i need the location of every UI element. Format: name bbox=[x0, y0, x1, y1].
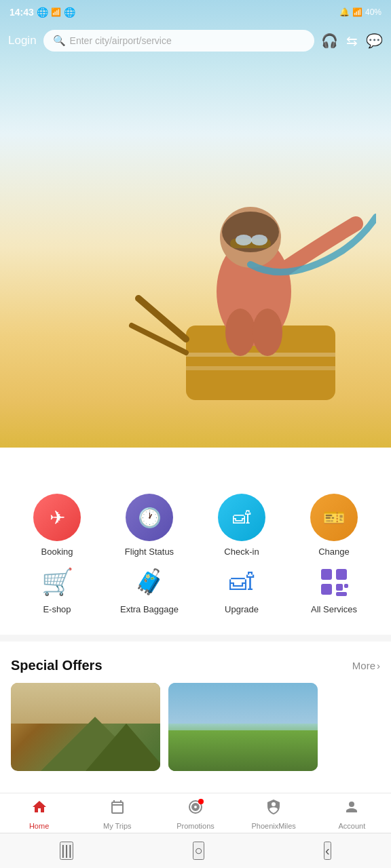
cart-icon: 🛒 bbox=[41, 567, 73, 597]
headphone-icon[interactable]: 🎧 bbox=[321, 33, 338, 49]
android-home-btn[interactable]: ○ bbox=[193, 842, 204, 860]
quick-item-booking[interactable]: ✈ Booking bbox=[23, 494, 91, 558]
plane-icon: ✈ bbox=[50, 507, 65, 529]
signal-icon: 📶 bbox=[51, 7, 61, 17]
account-nav-label: Account bbox=[338, 822, 365, 830]
all-services-icon-wrap bbox=[317, 565, 351, 599]
quick-item-checkin[interactable]: 🛋 Check-in bbox=[208, 494, 276, 558]
mountain-shape bbox=[11, 717, 160, 771]
android-menu-btn[interactable]: ||| bbox=[60, 842, 73, 860]
checkin-label: Check-in bbox=[224, 547, 259, 558]
quick-actions-row1: ✈ Booking 🕐 Flight Status 🛋 Check-in 🎫 bbox=[11, 494, 380, 558]
change-icon-wrap: 🎫 bbox=[310, 494, 358, 541]
baggage-icon-wrap: 🧳 bbox=[132, 565, 166, 599]
bottom-nav: Home My Trips Promotions PhoenixMiles Ac… bbox=[0, 793, 391, 833]
upgrade-icon-wrap: 🛋 bbox=[225, 565, 259, 599]
svg-point-10 bbox=[236, 235, 252, 245]
quick-item-flight-status[interactable]: 🕐 Flight Status bbox=[115, 494, 183, 558]
eshop-label: E-shop bbox=[43, 604, 71, 616]
more-link[interactable]: More › bbox=[352, 660, 380, 671]
account-icon bbox=[343, 799, 360, 819]
search-bar[interactable]: 🔍 Enter city/airport/service bbox=[43, 30, 314, 52]
wifi-icon: 📶 bbox=[352, 7, 362, 17]
quick-item-eshop[interactable]: 🛒 E-shop bbox=[23, 565, 91, 616]
offer-card-park[interactable] bbox=[168, 683, 318, 771]
offers-header: Special Offers More › bbox=[11, 658, 380, 673]
promotions-icon-wrap bbox=[187, 799, 204, 819]
status-bar: 14:43 🌐 📶 🌐 🔔 📶 40% bbox=[0, 0, 391, 24]
nav-item-phoenix-miles[interactable]: PhoenixMiles bbox=[246, 799, 301, 830]
status-time: 14:43 🌐 📶 🌐 bbox=[10, 7, 75, 18]
flight-status-icon-wrap: 🕐 bbox=[126, 494, 173, 541]
offers-cards bbox=[11, 683, 380, 771]
svg-point-11 bbox=[251, 235, 267, 245]
search-placeholder: Enter city/airport/service bbox=[70, 35, 172, 46]
checkin-icon-wrap: 🛋 bbox=[218, 494, 265, 541]
status-right: 🔔 📶 40% bbox=[339, 7, 381, 17]
svg-rect-2 bbox=[186, 366, 335, 370]
svg-rect-16 bbox=[321, 584, 332, 595]
nav-item-my-trips[interactable]: My Trips bbox=[90, 799, 145, 830]
section-divider bbox=[0, 635, 391, 642]
svg-point-13 bbox=[253, 309, 282, 356]
globe-icon-1: 🌐 bbox=[37, 7, 48, 18]
my-trips-nav-label: My Trips bbox=[103, 822, 132, 830]
home-icon bbox=[31, 799, 48, 819]
all-services-label: All Services bbox=[311, 604, 357, 616]
baggage-icon: 🧳 bbox=[134, 568, 165, 596]
exchange-icon[interactable]: ⇆ bbox=[346, 33, 358, 49]
my-trips-icon bbox=[109, 799, 126, 819]
globe-icon-2: 🌐 bbox=[64, 7, 75, 18]
time-display: 14:43 bbox=[10, 7, 34, 18]
upgrade-label: Upgrade bbox=[225, 604, 259, 616]
all-services-icon bbox=[320, 568, 348, 596]
offers-title: Special Offers bbox=[11, 658, 103, 673]
search-icon: 🔍 bbox=[53, 35, 66, 47]
quick-item-extra-baggage[interactable]: 🧳 Extra Baggage bbox=[115, 565, 183, 616]
booking-label: Booking bbox=[41, 547, 73, 558]
chat-icon[interactable]: 💬 bbox=[366, 33, 383, 49]
android-nav: ||| ○ ‹ bbox=[0, 833, 391, 868]
home-nav-label: Home bbox=[29, 822, 49, 830]
eshop-icon-wrap: 🛒 bbox=[40, 565, 74, 599]
quick-actions: ✈ Booking 🕐 Flight Status 🛋 Check-in 🎫 bbox=[0, 480, 391, 629]
svg-rect-14 bbox=[321, 569, 332, 580]
svg-point-12 bbox=[225, 309, 255, 356]
nav-icons: 🎧 ⇆ 💬 bbox=[321, 33, 383, 49]
phoenix-miles-icon bbox=[265, 799, 282, 819]
hero-svg bbox=[118, 122, 376, 407]
svg-rect-19 bbox=[336, 592, 347, 596]
seat-icon: 🛋 bbox=[233, 507, 250, 528]
android-back-btn[interactable]: ‹ bbox=[324, 842, 331, 860]
top-nav: Login 🔍 Enter city/airport/service 🎧 ⇆ 💬 bbox=[0, 24, 391, 57]
promotions-notif-dot bbox=[198, 799, 204, 804]
svg-rect-17 bbox=[336, 584, 343, 591]
curve-svg bbox=[0, 446, 391, 480]
volume-icon: 🔔 bbox=[339, 7, 350, 17]
change-label: Change bbox=[318, 547, 350, 558]
quick-item-all-services[interactable]: All Services bbox=[300, 565, 368, 616]
login-button[interactable]: Login bbox=[8, 34, 37, 47]
more-label: More bbox=[352, 660, 375, 671]
upgrade-icon: 🛋 bbox=[229, 568, 254, 596]
svg-rect-15 bbox=[336, 569, 347, 580]
park-ground bbox=[168, 730, 318, 771]
nav-item-account[interactable]: Account bbox=[324, 799, 379, 830]
phoenix-miles-nav-label: PhoenixMiles bbox=[251, 822, 295, 830]
quick-item-upgrade[interactable]: 🛋 Upgrade bbox=[208, 565, 276, 616]
flight-status-label: Flight Status bbox=[125, 547, 174, 558]
clock-icon: 🕐 bbox=[138, 507, 162, 529]
park-sky bbox=[168, 683, 318, 724]
curved-section bbox=[0, 446, 391, 480]
promotions-nav-label: Promotions bbox=[176, 822, 215, 830]
offer-card-mountain[interactable] bbox=[11, 683, 160, 771]
nav-item-home[interactable]: Home bbox=[12, 799, 67, 830]
quick-item-change[interactable]: 🎫 Change bbox=[300, 494, 368, 558]
extra-baggage-label: Extra Baggage bbox=[120, 604, 179, 616]
hero-banner: 14:43 🌐 📶 🌐 🔔 📶 40% Login 🔍 Enter city/a… bbox=[0, 0, 391, 448]
chevron-right-icon: › bbox=[377, 660, 380, 671]
quick-actions-row2: 🛒 E-shop 🧳 Extra Baggage 🛋 Upgrade bbox=[11, 565, 380, 616]
booking-icon-wrap: ✈ bbox=[33, 494, 81, 541]
special-offers-section: Special Offers More › bbox=[0, 647, 391, 782]
nav-item-promotions[interactable]: Promotions bbox=[168, 799, 223, 830]
